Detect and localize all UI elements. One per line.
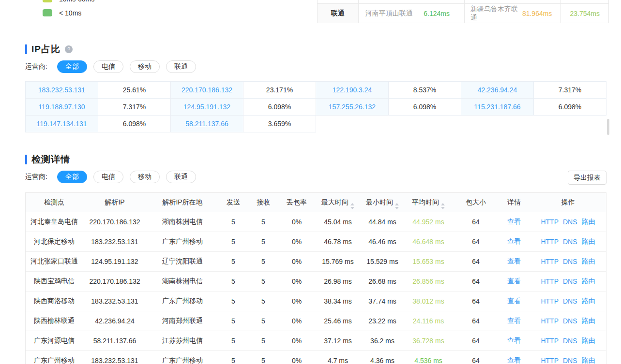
sort-icon[interactable] — [350, 203, 354, 209]
ip-link[interactable]: 220.170.186.132 — [171, 82, 243, 99]
cell-recv: 5 — [248, 291, 278, 311]
http-link[interactable]: HTTP — [541, 337, 559, 345]
ip-link[interactable]: 58.211.137.66 — [171, 116, 243, 132]
cell-point: 广东广州移动 — [26, 351, 83, 364]
cell-size: 64 — [453, 331, 499, 350]
dns-link[interactable]: DNS — [563, 297, 577, 305]
latency-value: 23.754ms — [570, 10, 599, 17]
view-link[interactable]: 查看 — [507, 257, 521, 266]
view-link[interactable]: 查看 — [507, 297, 521, 306]
http-link[interactable]: HTTP — [541, 258, 559, 265]
cell-detail: 查看 — [499, 351, 529, 364]
column-header: 解析IP所在地 — [147, 193, 218, 212]
column-header-label: 平均时间 — [412, 198, 439, 207]
http-link[interactable]: HTTP — [541, 297, 559, 305]
cell-point: 河北保定移动 — [26, 232, 83, 251]
export-report-button[interactable]: 导出报表 — [568, 171, 606, 185]
cell-sent: 5 — [218, 272, 248, 291]
cell-detail: 查看 — [499, 272, 529, 291]
route-link[interactable]: 路由 — [582, 257, 595, 266]
ip-link[interactable]: 122.190.3.24 — [316, 82, 389, 99]
dns-link[interactable]: DNS — [563, 277, 577, 285]
dns-link[interactable]: DNS — [563, 258, 577, 265]
cell-recv: 5 — [248, 232, 278, 251]
filter-pill[interactable]: 移动 — [130, 60, 160, 73]
cell-size: 64 — [453, 212, 499, 232]
ip-link[interactable]: 42.236.94.24 — [461, 82, 534, 99]
dns-link[interactable]: DNS — [563, 238, 577, 246]
cell-ip: 220.170.186.132 — [83, 272, 147, 291]
legend-item: < 10ms — [43, 8, 94, 18]
table-row: 119.188.97.1307.317%124.95.191.1326.098%… — [26, 99, 606, 116]
ping-result-fragment: 联通 河南平顶山联通 6.124ms 新疆乌鲁木齐联通 81.964ms 23.… — [317, 0, 609, 23]
table-row: 陕西商洛移动183.232.53.131广东广州移动550%38.34 ms37… — [26, 291, 606, 311]
column-header: 发送 — [218, 193, 248, 212]
slowest-node-cell: 河南平顶山联通 6.124ms — [359, 4, 465, 23]
filter-pill[interactable]: 全部 — [57, 171, 87, 183]
ip-link[interactable]: 183.232.53.131 — [26, 82, 98, 99]
view-link[interactable]: 查看 — [507, 218, 521, 226]
route-link[interactable]: 路由 — [582, 218, 595, 226]
column-header-label: 包大小 — [466, 198, 486, 207]
route-link[interactable]: 路由 — [582, 336, 595, 345]
route-link[interactable]: 路由 — [582, 317, 595, 325]
view-link[interactable]: 查看 — [507, 237, 521, 246]
http-link[interactable]: HTTP — [541, 357, 559, 364]
dns-link[interactable]: DNS — [563, 218, 577, 226]
filter-pill[interactable]: 全部 — [57, 60, 87, 73]
dns-link[interactable]: DNS — [563, 357, 577, 364]
cell-avg: 24.116 ms — [404, 311, 453, 331]
http-link[interactable]: HTTP — [541, 317, 559, 325]
cell-point: 陕西商洛移动 — [26, 291, 83, 311]
column-header: 包大小 — [453, 193, 499, 212]
http-link[interactable]: HTTP — [541, 218, 559, 226]
ip-percentage: 6.098% — [534, 99, 606, 116]
table-row: 联通 河南平顶山联通 6.124ms 新疆乌鲁木齐联通 81.964ms 23.… — [318, 3, 608, 23]
cell-ip: 183.232.53.131 — [83, 291, 147, 311]
ip-link[interactable]: 124.95.191.132 — [171, 99, 243, 116]
cell-detail: 查看 — [499, 232, 529, 251]
column-header[interactable]: 平均时间 — [404, 193, 453, 212]
filter-pill[interactable]: 联通 — [166, 60, 196, 73]
column-header: 接收 — [248, 193, 278, 212]
view-link[interactable]: 查看 — [507, 277, 521, 286]
sort-up-icon — [350, 203, 354, 205]
filter-pill[interactable]: 电信 — [93, 171, 123, 183]
ip-link[interactable]: 115.231.187.66 — [461, 99, 534, 116]
ip-link[interactable]: 119.147.134.131 — [26, 116, 98, 132]
legend-item: 10ms-60ms — [43, 0, 94, 4]
title-accent-bar — [25, 155, 27, 164]
column-header-label: 接收 — [257, 198, 270, 207]
filter-pill[interactable]: 联通 — [166, 171, 196, 183]
route-link[interactable]: 路由 — [582, 277, 595, 286]
http-link[interactable]: HTTP — [541, 277, 559, 285]
sort-icon[interactable] — [395, 203, 399, 209]
column-header[interactable]: 最大时间 — [315, 193, 361, 212]
node-location: 河南平顶山联通 — [365, 9, 413, 18]
route-link[interactable]: 路由 — [582, 356, 595, 364]
route-link[interactable]: 路由 — [582, 297, 595, 306]
view-link[interactable]: 查看 — [507, 336, 521, 345]
ip-link[interactable]: 119.188.97.130 — [26, 99, 98, 116]
cell-recv: 5 — [248, 331, 278, 350]
dns-link[interactable]: DNS — [563, 317, 577, 325]
view-link[interactable]: 查看 — [507, 317, 521, 325]
http-link[interactable]: HTTP — [541, 238, 559, 246]
operator-filter-label: 运营商: — [25, 173, 57, 181]
cell-size: 64 — [453, 351, 499, 364]
view-link[interactable]: 查看 — [507, 356, 521, 364]
ip-percentage: 7.317% — [98, 99, 171, 116]
dns-link[interactable]: DNS — [563, 337, 577, 345]
cell-ip: 220.170.186.132 — [83, 212, 147, 232]
filter-pill[interactable]: 移动 — [130, 171, 160, 183]
column-header-label: 检测点 — [44, 198, 64, 207]
cell-min: 23.22 ms — [361, 311, 404, 331]
sort-icon[interactable] — [441, 203, 445, 209]
scrollbar-thumb[interactable] — [607, 119, 609, 135]
ip-link[interactable]: 157.255.26.132 — [316, 99, 389, 116]
help-icon[interactable]: ? — [65, 45, 73, 53]
column-header[interactable]: 最小时间 — [361, 193, 404, 212]
filter-pill[interactable]: 电信 — [93, 60, 123, 73]
legend-swatch — [43, 9, 52, 16]
route-link[interactable]: 路由 — [582, 237, 595, 246]
